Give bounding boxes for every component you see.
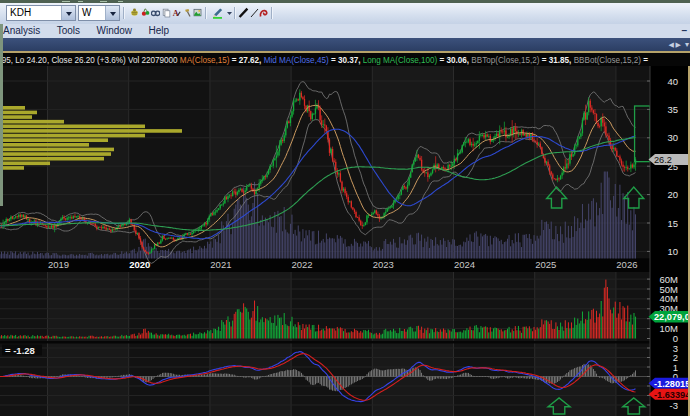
info-segment: = 30.06,	[437, 54, 471, 65]
volume-profile-bar	[0, 166, 24, 170]
toolbar-separator	[123, 7, 125, 19]
info-segment: = 27.62,	[230, 54, 264, 65]
volume-profile-bar	[0, 161, 50, 165]
volume-profile-bar	[0, 120, 64, 124]
axis-tick-label: 15	[667, 218, 678, 229]
toolbar-separator	[234, 7, 236, 19]
year-label: 2024	[454, 259, 475, 270]
info-segment: = 31.85,	[540, 54, 574, 65]
axis-badge-text: -1.28015	[654, 379, 688, 389]
hammer-icon[interactable]	[183, 6, 192, 19]
info-segment: BBTop(Close,15,2)	[471, 54, 539, 65]
axis-tick-label: 35	[667, 104, 678, 115]
picture-icon[interactable]	[193, 6, 202, 19]
red-hook-icon[interactable]	[258, 6, 269, 19]
toolbar-separator	[205, 7, 207, 19]
volume-profile-bar	[0, 143, 89, 147]
background-window-mark	[78, 1, 83, 2]
period-combobox[interactable]: W	[78, 5, 120, 21]
annotate-a-icon[interactable]: A	[172, 6, 181, 19]
info-segment: Mid MA(Close,45)	[264, 54, 329, 65]
scroll-left-icon[interactable]: ◀	[669, 41, 674, 49]
year-label: 2019	[48, 259, 69, 270]
volume-profile-bar	[0, 138, 108, 142]
year-label: 2020	[129, 259, 150, 270]
background-window-edge-left	[0, 24, 3, 206]
symbol-value[interactable]: KDH	[7, 6, 61, 20]
volume-profile-bar	[0, 124, 145, 128]
period-value[interactable]: W	[79, 6, 105, 20]
axis-tick-label: 20	[667, 189, 678, 200]
info-segment: =	[641, 54, 648, 65]
background-window-mark	[100, 1, 107, 2]
axis-badge-text: -1.63394	[654, 390, 688, 400]
year-label: 2022	[292, 259, 313, 270]
info-segment: BBBot(Close,15,2)	[574, 54, 641, 65]
draw-dropdown-icon[interactable]	[226, 6, 233, 19]
copy-icon[interactable]	[162, 6, 171, 19]
scroll-right-icon[interactable]: ▶	[676, 41, 681, 49]
year-label: 2023	[373, 259, 394, 270]
volume-profile-bar	[0, 129, 182, 133]
svg-text:A: A	[173, 9, 179, 18]
info-segment: MA(Close,15)	[180, 54, 230, 65]
tab-list-icon[interactable]: ▾	[685, 41, 689, 49]
child-minimize-icon[interactable]: –	[681, 24, 687, 37]
volume-profile-bar	[0, 148, 114, 152]
main-toolbar: KDH W A	[0, 3, 690, 25]
menu-analysis[interactable]: Analysis	[0, 24, 46, 38]
volume-profile-bar	[0, 111, 37, 115]
axis-tick-label: 40	[667, 76, 678, 87]
bee-icon[interactable]	[130, 6, 139, 19]
year-label: 2025	[535, 259, 556, 270]
chart-background-layer	[0, 66, 688, 416]
axis-badge-text: 22,079,000	[654, 312, 688, 322]
menu-bar: Analysis Tools Window Help –	[0, 24, 690, 38]
background-window-mark	[62, 1, 70, 2]
toolbar-separator	[271, 7, 273, 19]
volume-profile-bar	[0, 115, 32, 119]
symbol-combobox[interactable]: KDH	[6, 5, 76, 21]
price-chart[interactable]: 4035302520151060M50M40M30M10M03210-32019…	[0, 66, 688, 416]
axis-tick-label: -3	[670, 400, 678, 411]
axis-tick-label: 30	[667, 132, 678, 143]
chart-tab-strip: ◀ ▶ ▾	[0, 38, 690, 51]
info-segment: = 30.37,	[329, 54, 363, 65]
background-window-mark	[118, 1, 123, 2]
menu-window[interactable]: Window	[91, 24, 139, 38]
axis-tick-label: 10	[667, 246, 678, 257]
year-label: 2021	[210, 259, 231, 270]
period-dropdown-icon[interactable]	[105, 6, 119, 20]
menu-tools[interactable]: Tools	[51, 24, 86, 38]
year-label: 2026	[616, 259, 637, 270]
volume-profile-bar	[0, 152, 111, 156]
chart-application-window: KDH W A	[0, 0, 690, 416]
volume-profile-bar	[0, 134, 145, 138]
volume-profile-bar	[0, 106, 25, 110]
symbol-dropdown-icon[interactable]	[61, 6, 75, 20]
axis-badge-text: 26.2	[654, 155, 672, 165]
menu-help[interactable]: Help	[143, 24, 176, 38]
thick-line-icon[interactable]	[238, 6, 249, 19]
indicator-info-bar: 95, Lo 24.20, Close 26.20 (+3.6%) Vol 22…	[0, 53, 690, 67]
indicator-value-label: = -1.28	[5, 345, 35, 356]
info-segment: 95, Lo 24.20, Close 26.20 (+3.6%) Vol 22…	[2, 54, 180, 65]
info-segment: Long MA(Close,100)	[363, 54, 438, 65]
binoculars-icon[interactable]	[151, 6, 160, 19]
cherries-icon[interactable]	[141, 6, 150, 19]
volume-profile-bar	[0, 157, 104, 161]
highlighter-icon[interactable]	[211, 6, 225, 19]
